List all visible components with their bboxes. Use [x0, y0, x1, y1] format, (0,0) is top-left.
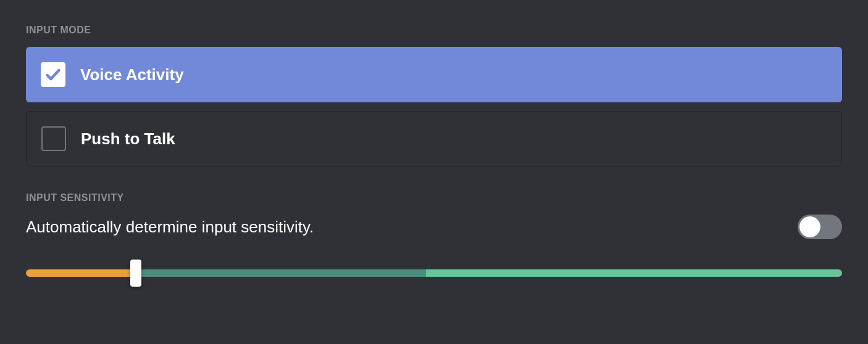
slider-track: [26, 269, 842, 277]
slider-thumb[interactable]: [130, 260, 141, 287]
input-mode-option-label: Push to Talk: [81, 129, 175, 149]
slider-segment-remaining: [426, 269, 842, 277]
checkbox-unchecked-icon: [41, 126, 66, 151]
slider-segment-active: [136, 269, 425, 277]
toggle-thumb-icon: [799, 216, 820, 237]
input-mode-option-label: Voice Activity: [80, 65, 184, 84]
input-sensitivity-header: INPUT SENSITIVITY: [26, 192, 842, 203]
input-sensitivity-section: INPUT SENSITIVITY Automatically determin…: [26, 192, 842, 285]
input-mode-option-push-to-talk[interactable]: Push to Talk: [26, 111, 842, 166]
checkbox-checked-icon: [41, 62, 65, 87]
auto-sensitivity-row: Automatically determine input sensitivit…: [26, 215, 842, 239]
slider-segment-below-threshold: [26, 269, 136, 277]
auto-sensitivity-label: Automatically determine input sensitivit…: [26, 218, 314, 237]
sensitivity-slider[interactable]: [26, 261, 842, 285]
auto-sensitivity-toggle[interactable]: [798, 215, 842, 239]
input-mode-radio-group: Voice Activity Push to Talk: [26, 47, 842, 166]
input-mode-option-voice-activity[interactable]: Voice Activity: [26, 47, 842, 102]
input-mode-header: INPUT MODE: [26, 25, 842, 36]
